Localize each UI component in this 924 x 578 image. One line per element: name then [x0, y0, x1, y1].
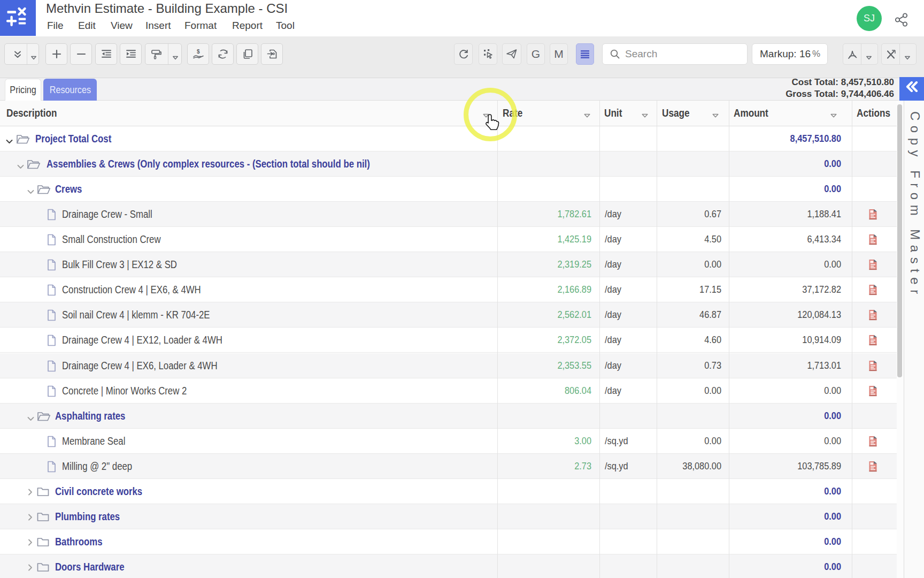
svg-text:$: $: [197, 49, 200, 55]
